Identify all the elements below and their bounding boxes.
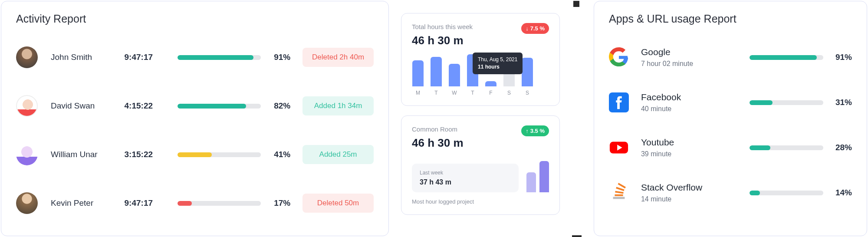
common-room-subtitle: Common Room bbox=[412, 125, 464, 133]
app-row[interactable]: Youtube 39 minute 28% bbox=[609, 133, 852, 162]
common-room-card: Common Room 46 h 30 m ↑ 3.5 % Last week … bbox=[401, 115, 560, 215]
hours-delta-pill: ↓ 7.5 % bbox=[521, 23, 549, 34]
app-time: 40 minute bbox=[641, 105, 750, 113]
room-compare-bars bbox=[526, 161, 549, 192]
svg-rect-5 bbox=[616, 187, 624, 191]
facebook-icon bbox=[609, 92, 629, 112]
compare-bar bbox=[526, 172, 536, 192]
middle-column: Total hours this week 46 h 30 m ↓ 7.5 % … bbox=[401, 1, 560, 236]
app-progress-bar bbox=[750, 191, 823, 195]
progress-bar bbox=[178, 55, 261, 60]
chart-day-label: W bbox=[452, 90, 457, 96]
total-hours-value: 46 h 30 m bbox=[412, 34, 473, 47]
activity-row[interactable]: David Swan 4:15:22 82% Added 1h 34m bbox=[16, 92, 374, 120]
progress-percent: 82% bbox=[274, 101, 302, 111]
last-week-value: 37 h 43 m bbox=[420, 178, 511, 186]
activity-row[interactable]: William Unar 3:15:22 41% Added 25m bbox=[16, 141, 374, 168]
room-delta-pill: ↑ 3.5 % bbox=[521, 125, 549, 136]
chart-day-label: T bbox=[471, 90, 474, 96]
activity-report-title: Activity Report bbox=[16, 13, 374, 25]
app-progress-percent: 14% bbox=[835, 188, 852, 198]
progress-bar bbox=[178, 201, 261, 206]
activity-row[interactable]: John Smith 9:47:17 91% Deleted 2h 40m bbox=[16, 43, 374, 71]
user-name: Kevin Peter bbox=[51, 198, 125, 208]
active-time: 9:47:17 bbox=[125, 53, 178, 62]
svg-rect-4 bbox=[615, 191, 624, 194]
hours-bar-chart[interactable]: Thu, Aug 5, 2021 11 hours M T W T F S S bbox=[412, 56, 549, 96]
active-time: 9:47:17 bbox=[125, 198, 178, 208]
avatar[interactable] bbox=[16, 144, 38, 165]
app-time: 7 hour 02 minute bbox=[641, 60, 750, 68]
svg-rect-3 bbox=[615, 194, 623, 196]
last-week-label: Last week bbox=[420, 170, 511, 176]
common-room-value: 46 h 30 m bbox=[412, 136, 464, 150]
tooltip-date: Thu, Aug 5, 2021 bbox=[478, 56, 517, 63]
chart-day-label: F bbox=[489, 90, 492, 96]
compare-bar bbox=[539, 161, 549, 192]
room-delta-label: 3.5 % bbox=[530, 128, 545, 134]
progress-percent: 91% bbox=[274, 53, 302, 62]
svg-rect-6 bbox=[618, 183, 626, 188]
change-badge: Added 25m bbox=[302, 145, 374, 164]
chart-bar[interactable]: S bbox=[521, 58, 533, 96]
change-badge: Deleted 2h 40m bbox=[302, 48, 374, 67]
change-badge: Deleted 50m bbox=[302, 194, 374, 213]
user-name: William Unar bbox=[51, 150, 125, 159]
total-hours-card: Total hours this week 46 h 30 m ↓ 7.5 % … bbox=[401, 13, 560, 106]
app-row[interactable]: Google 7 hour 02 minute 91% bbox=[609, 43, 852, 72]
arrow-down-icon: ↓ bbox=[526, 25, 529, 32]
activity-report-card: Activity Report John Smith 9:47:17 91% D… bbox=[1, 1, 389, 236]
user-name: John Smith bbox=[51, 53, 125, 62]
total-hours-subtitle: Total hours this week bbox=[412, 23, 473, 30]
last-week-box: Last week 37 h 43 m bbox=[412, 164, 519, 192]
tooltip-value: 11 hours bbox=[478, 63, 517, 71]
apps-usage-card: Apps & URL usage Report Google 7 hour 02… bbox=[594, 1, 867, 236]
activity-row[interactable]: Kevin Peter 9:47:17 17% Deleted 50m bbox=[16, 189, 374, 217]
app-progress-bar bbox=[750, 100, 823, 105]
apps-usage-title: Apps & URL usage Report bbox=[609, 13, 852, 25]
app-progress-bar bbox=[750, 145, 823, 150]
app-progress-bar bbox=[750, 55, 823, 60]
svg-rect-2 bbox=[613, 197, 625, 199]
app-name: Google bbox=[641, 47, 750, 57]
chart-day-label: T bbox=[434, 90, 437, 96]
google-icon bbox=[609, 47, 629, 67]
progress-percent: 17% bbox=[274, 198, 302, 208]
chart-bar[interactable]: W bbox=[448, 64, 460, 96]
chart-bar[interactable]: T bbox=[430, 57, 442, 96]
app-progress-percent: 31% bbox=[835, 98, 852, 107]
progress-percent: 41% bbox=[274, 150, 302, 159]
app-time: 14 minute bbox=[641, 195, 750, 203]
app-name: Facebook bbox=[641, 92, 750, 102]
stack-overflow-icon bbox=[609, 183, 629, 203]
app-progress-percent: 91% bbox=[835, 53, 852, 62]
chart-bar[interactable]: M bbox=[412, 60, 424, 96]
chart-day-label: S bbox=[526, 90, 529, 96]
avatar[interactable] bbox=[16, 192, 38, 214]
youtube-icon bbox=[609, 138, 629, 158]
app-time: 39 minute bbox=[641, 150, 750, 158]
active-time: 4:15:22 bbox=[125, 101, 178, 111]
avatar[interactable] bbox=[16, 46, 38, 68]
chart-bar[interactable]: F bbox=[485, 81, 497, 96]
progress-bar bbox=[178, 104, 261, 109]
vertical-divider bbox=[572, 1, 582, 237]
avatar[interactable] bbox=[16, 95, 38, 117]
app-name: Youtube bbox=[641, 137, 750, 148]
change-badge: Added 1h 34m bbox=[302, 96, 374, 115]
user-name: David Swan bbox=[51, 101, 125, 111]
arrow-up-icon: ↑ bbox=[526, 128, 529, 134]
app-row[interactable]: Stack Overflow 14 minute 14% bbox=[609, 178, 852, 207]
progress-bar bbox=[178, 152, 261, 157]
chart-day-label: M bbox=[416, 90, 420, 96]
app-name: Stack Overflow bbox=[641, 182, 750, 193]
hours-delta-label: 7.5 % bbox=[530, 25, 545, 32]
active-time: 3:15:22 bbox=[125, 150, 178, 159]
chart-day-label: S bbox=[507, 90, 511, 96]
chart-tooltip: Thu, Aug 5, 2021 11 hours bbox=[473, 53, 523, 74]
app-row[interactable]: Facebook 40 minute 31% bbox=[609, 88, 852, 117]
room-note: Most hour logged project bbox=[412, 198, 549, 205]
app-progress-percent: 28% bbox=[835, 143, 852, 152]
